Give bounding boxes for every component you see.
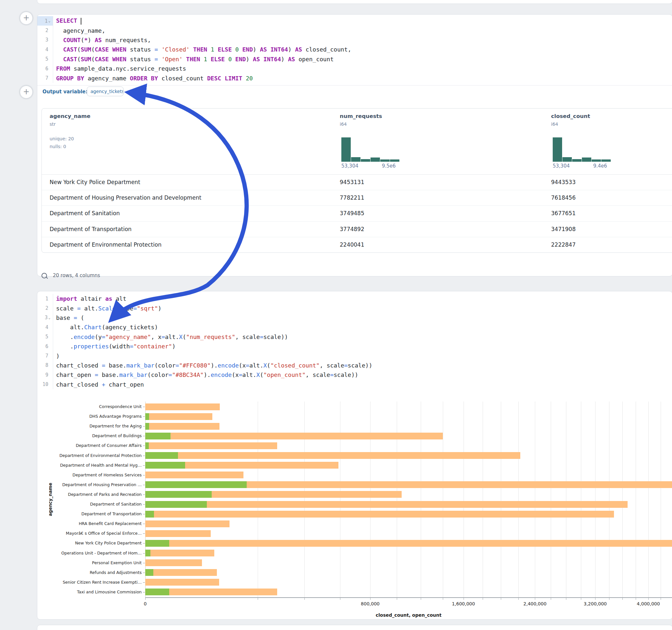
line-number: 4 (37, 45, 53, 54)
column-stat: nulls: 0 (50, 144, 66, 149)
column-header[interactable]: agency_name (50, 113, 91, 119)
table-cell: 2240041 (340, 241, 364, 248)
output-variable-input[interactable]: agency_tickets (87, 87, 123, 96)
histogram-bar (341, 138, 351, 162)
table-cell: 2222847 (551, 241, 576, 248)
line-number: 6 (37, 342, 53, 351)
table-row: Department of Environmental Protection22… (42, 237, 672, 253)
line-number: 3 (37, 35, 53, 45)
line-number: 5 (37, 54, 53, 64)
code-line[interactable]: 2scale = alt.Scale(type="sqrt") (37, 303, 672, 313)
line-number: 10 (37, 380, 53, 389)
code-line[interactable]: 5 .encode(y="agency_name", x=alt.X("num_… (37, 332, 672, 342)
line-number: 7 (37, 73, 53, 83)
table-row: New York City Police Department945313194… (42, 174, 672, 190)
table-cell: 3749485 (340, 210, 364, 217)
table-cell: 3677651 (551, 210, 576, 217)
table-cell: 7618456 (551, 194, 576, 201)
code-line[interactable]: 10chart_closed + chart_open (37, 380, 672, 389)
line-number: 3⌄ (37, 313, 53, 322)
table-row: Department of Sanitation37494853677651 (42, 205, 672, 221)
histogram-bar (370, 158, 380, 162)
histogram-bar (553, 138, 562, 162)
code-line[interactable]: 7) (37, 351, 672, 360)
code-line[interactable]: 3⌄base = ( (37, 313, 672, 322)
histogram-bar (582, 158, 591, 162)
line-number: 9 (37, 370, 53, 380)
code-line[interactable]: 6FROM sample_data.nyc.service_requests (37, 64, 672, 73)
column-histogram (553, 138, 611, 162)
line-number: 2 (37, 26, 53, 35)
table-row: Department of Housing Preservation and D… (42, 190, 672, 206)
histogram-bar (592, 160, 601, 162)
table-row: Department of Transportation377489234719… (42, 221, 672, 237)
output-variable-label: Output variable: (43, 89, 88, 95)
column-type: i64 (551, 122, 558, 127)
histogram-bar (380, 160, 390, 162)
fold-chevron-icon[interactable]: ⌄ (48, 316, 51, 320)
histogram-bar (562, 157, 572, 162)
line-number: 5 (37, 332, 53, 342)
dataframe-preview: agency_namestrunique: 20nulls: 0num_requ… (42, 108, 672, 253)
histogram-bar (390, 160, 399, 162)
histogram-bar (351, 157, 360, 162)
search-icon[interactable] (42, 273, 47, 278)
table-cell: 7782211 (340, 194, 364, 201)
code-line[interactable]: 6 .properties(width="container") (37, 342, 672, 351)
histogram-min-label: 53,304 (341, 163, 359, 169)
line-number: 4 (37, 322, 53, 332)
line-number: 8 (37, 361, 53, 370)
line-number: 2 (37, 303, 53, 313)
line-number: 1⌄ (37, 16, 53, 26)
table-cell: Department of Transportation (50, 226, 131, 232)
code-line[interactable]: 2 agency_name, (37, 26, 672, 35)
histogram-bar (361, 159, 370, 162)
line-number: 6 (37, 64, 53, 73)
column-type: str (50, 122, 56, 127)
row-count-label: 20 rows, 4 columns (53, 272, 100, 278)
code-line[interactable]: 4 alt.Chart(agency_tickets) (37, 322, 672, 332)
python-cell: 1import altair as alt2scale = alt.Scale(… (37, 291, 672, 620)
histogram-max-label: 9.4e6 (593, 163, 607, 169)
histogram-bar (601, 160, 611, 162)
code-line[interactable]: 9chart_open = base.mark_bar(color="#8BC3… (37, 370, 672, 380)
table-cell: 9443533 (551, 179, 576, 185)
table-cell: 3774892 (340, 226, 364, 232)
python-editor[interactable]: 1import altair as alt2scale = alt.Scale(… (37, 294, 672, 389)
code-line[interactable]: 4 CAST(SUM(CASE WHEN status = 'Closed' T… (37, 45, 672, 54)
text-cursor (81, 18, 81, 25)
code-line[interactable]: 1import altair as alt (37, 294, 672, 303)
cell-divider (37, 85, 672, 86)
add-cell-button-top[interactable]: + (20, 12, 33, 25)
column-header[interactable]: num_requests (340, 113, 382, 119)
column-type: i64 (340, 122, 347, 127)
table-cell: Department of Environmental Protection (50, 241, 162, 248)
code-line[interactable]: 1⌄SELECT (37, 16, 672, 26)
column-header[interactable]: closed_count (551, 113, 590, 119)
column-stat: unique: 20 (50, 136, 74, 141)
fold-chevron-icon[interactable]: ⌄ (48, 19, 51, 23)
code-line[interactable]: 8chart_closed = base.mark_bar(color="#FF… (37, 361, 672, 370)
table-cell: Department of Sanitation (50, 210, 120, 217)
histogram-bar (572, 159, 581, 162)
table-cell: Department of Housing Preservation and D… (50, 194, 201, 201)
table-cell: 3471908 (551, 226, 576, 232)
line-number: 7 (37, 351, 53, 360)
add-cell-button-output[interactable]: + (20, 86, 33, 98)
line-number: 1 (37, 294, 53, 303)
table-footer: 20 rows, 4 columns (42, 271, 100, 280)
histogram-max-label: 9.5e6 (382, 163, 396, 169)
column-histogram (341, 138, 400, 162)
code-line[interactable]: 3 COUNT(*) AS num_requests, (37, 35, 672, 45)
code-line[interactable]: 5 CAST(SUM(CASE WHEN status = 'Open' THE… (37, 54, 672, 64)
previous-cell-edge (37, 0, 672, 4)
table-cell: New York City Police Department (50, 179, 140, 185)
sql-editor[interactable]: 1⌄SELECT 2 agency_name,3 COUNT(*) AS num… (37, 16, 672, 83)
next-cell-edge (37, 625, 672, 630)
sql-cell: 1⌄SELECT 2 agency_name,3 COUNT(*) AS num… (37, 14, 672, 276)
notebook-canvas: + + 1⌄SELECT 2 agency_name,3 COUNT(*) AS… (0, 0, 672, 630)
code-line[interactable]: 7GROUP BY agency_name ORDER BY closed_co… (37, 73, 672, 83)
histogram-min-label: 53,304 (553, 163, 570, 169)
table-cell: 9453131 (340, 179, 364, 185)
